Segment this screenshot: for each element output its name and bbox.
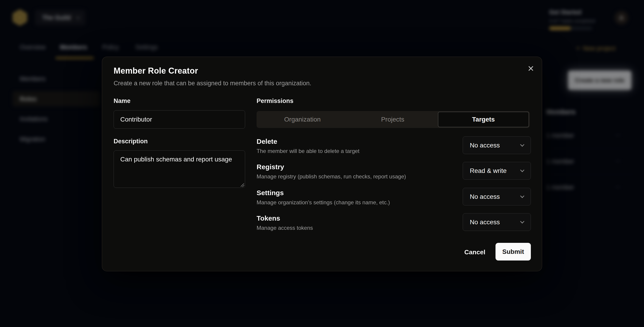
- dialog-title: Member Role Creator: [114, 66, 198, 76]
- permission-description: The member will be able to delete a targ…: [256, 148, 360, 154]
- chevron-down-icon: [520, 219, 524, 223]
- permission-description: Manage registry (publish schemas, run ch…: [256, 173, 406, 180]
- name-input[interactable]: [114, 110, 245, 129]
- permission-description: Manage organization's settings (change i…: [256, 199, 390, 206]
- tokens-access-select[interactable]: No access: [463, 213, 531, 231]
- permission-title: Delete: [256, 138, 277, 145]
- app-root: The Guild Get Started 3 of 7 tasks compl…: [0, 0, 644, 327]
- cancel-button[interactable]: Cancel: [459, 246, 491, 259]
- chevron-down-icon: [520, 142, 524, 147]
- permissions-tabs: Organization Projects Targets: [256, 111, 530, 128]
- permission-row-registry: Registry Manage registry (publish schema…: [256, 162, 531, 183]
- selected-value: No access: [470, 219, 500, 226]
- registry-access-select[interactable]: Read & write: [463, 162, 531, 180]
- submit-button[interactable]: Submit: [496, 243, 531, 261]
- settings-access-select[interactable]: No access: [463, 188, 531, 205]
- chevron-down-icon: [520, 168, 524, 172]
- description-textarea[interactable]: Can publish schemas and report usage: [114, 150, 245, 188]
- permission-row-delete: Delete The member will be able to delete…: [256, 136, 531, 158]
- permission-title: Registry: [256, 163, 284, 171]
- dialog-subtitle: Create a new role that can be assigned t…: [114, 80, 311, 87]
- permission-title: Tokens: [256, 214, 280, 222]
- perm-tab-organization[interactable]: Organization: [257, 112, 348, 127]
- permissions-label: Permissions: [256, 97, 294, 105]
- delete-access-select[interactable]: No access: [463, 136, 531, 154]
- selected-value: Read & write: [470, 167, 506, 175]
- description-label: Description: [114, 138, 148, 145]
- name-label: Name: [114, 97, 130, 105]
- permission-row-settings: Settings Manage organization's settings …: [256, 188, 531, 209]
- selected-value: No access: [470, 142, 500, 149]
- permission-description: Manage access tokens: [256, 225, 313, 231]
- permission-title: Settings: [256, 189, 284, 197]
- perm-tab-projects[interactable]: Projects: [348, 112, 438, 127]
- close-icon[interactable]: ×: [524, 62, 537, 75]
- permission-row-tokens: Tokens Manage access tokens No access: [256, 213, 531, 234]
- chevron-down-icon: [520, 194, 524, 198]
- member-role-creator-dialog: × Member Role Creator Create a new role …: [102, 57, 542, 271]
- perm-tab-targets[interactable]: Targets: [438, 112, 529, 127]
- selected-value: No access: [470, 193, 500, 200]
